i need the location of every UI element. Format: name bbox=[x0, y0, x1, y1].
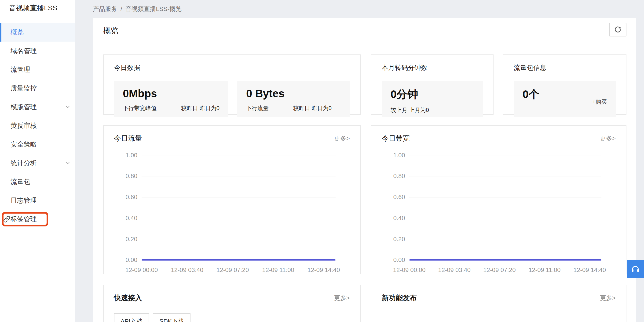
chevron-down-icon bbox=[64, 104, 71, 110]
card-title: 新功能发布 bbox=[382, 293, 417, 303]
y-tick: 0.80 bbox=[114, 172, 137, 180]
x-tick: 12-09 14:40 bbox=[573, 266, 606, 274]
sidebar-item-label: 日志管理 bbox=[10, 196, 37, 205]
sidebar-item-domain-management[interactable]: 域名管理 bbox=[0, 42, 75, 60]
headphones-icon bbox=[630, 264, 640, 274]
sidebar-item-label: 概览 bbox=[10, 28, 24, 37]
sidebar-item-tag-management[interactable]: 标签管理 bbox=[0, 210, 75, 229]
transcode-minutes-card: 本月转码分钟数 0分钟 较上月 上月为0 bbox=[371, 54, 494, 115]
chart-title: 今日流量 bbox=[114, 134, 142, 143]
x-tick: 12-09 00:00 bbox=[393, 266, 426, 274]
metric-box-package: 0个 +购买 bbox=[514, 81, 616, 117]
chart-data-line bbox=[142, 259, 336, 261]
metric-box-bandwidth: 0Mbps 下行带宽峰值 较昨日 昨日为0 bbox=[114, 81, 228, 117]
y-tick: 0.40 bbox=[114, 214, 137, 222]
page-header: 概览 bbox=[103, 18, 626, 44]
sidebar-item-log-management[interactable]: 日志管理 bbox=[0, 191, 75, 210]
more-link[interactable]: 更多> bbox=[600, 134, 616, 143]
metric-compare: 较昨日 昨日为0 bbox=[293, 104, 332, 112]
x-tick: 12-09 07:20 bbox=[216, 266, 249, 274]
metric-box-transcode: 0分钟 较上月 上月为0 bbox=[382, 81, 483, 117]
y-tick: 0.60 bbox=[382, 193, 405, 201]
chart-title: 今日带宽 bbox=[382, 134, 410, 143]
metric-box-traffic: 0 Bytes 下行流量 较昨日 昨日为0 bbox=[237, 81, 350, 117]
sidebar-item-porn-review[interactable]: 黄反审核 bbox=[0, 116, 75, 135]
main-area: 产品服务 / 音视频直播LSS-概览 概览 今日数据 bbox=[75, 0, 644, 322]
chevron-down-icon bbox=[64, 160, 71, 166]
metric-compare: 较上月 上月为0 bbox=[390, 106, 429, 114]
line-chart: 1.00 0.80 0.60 0.40 0.20 0.00 12-09 00:0… bbox=[114, 152, 350, 274]
metric-label: 下行流量 bbox=[246, 104, 269, 112]
sidebar-item-label: 黄反审核 bbox=[10, 121, 37, 130]
x-tick: 12-09 07:20 bbox=[483, 266, 516, 274]
metric-value: 0分钟 bbox=[390, 87, 474, 102]
sidebar-item-label: 统计分析 bbox=[10, 159, 37, 167]
x-tick: 12-09 03:40 bbox=[438, 266, 470, 274]
card-title: 本月转码分钟数 bbox=[382, 63, 483, 72]
sidebar-item-stream-management[interactable]: 流管理 bbox=[0, 60, 75, 79]
metric-compare: 较昨日 昨日为0 bbox=[181, 104, 220, 112]
content-panel: 概览 今日数据 0Mbps 下行带宽峰值 bbox=[93, 18, 636, 322]
y-tick: 0.20 bbox=[382, 236, 405, 243]
y-tick: 0.80 bbox=[382, 172, 405, 180]
sidebar-item-label: 质量监控 bbox=[10, 84, 37, 93]
sidebar-item-traffic-package[interactable]: 流量包 bbox=[0, 172, 75, 191]
buy-package-link[interactable]: +购买 bbox=[592, 98, 607, 106]
today-metrics: 0Mbps 下行带宽峰值 较昨日 昨日为0 0 Bytes 下行流量 较昨日 昨… bbox=[114, 81, 350, 117]
header-divider bbox=[103, 44, 626, 44]
refresh-button[interactable] bbox=[609, 23, 626, 36]
chain-link-icon bbox=[3, 215, 11, 223]
sidebar-item-quality-monitoring[interactable]: 质量监控 bbox=[0, 79, 75, 98]
sidebar-item-label: 模版管理 bbox=[10, 103, 37, 112]
api-docs-button[interactable]: API文档 bbox=[114, 313, 149, 322]
refresh-icon bbox=[614, 26, 622, 33]
more-link[interactable]: 更多> bbox=[334, 134, 350, 143]
card-title: 快速接入 bbox=[114, 293, 142, 303]
new-features-card: 新功能发布 更多> bbox=[371, 285, 626, 322]
breadcrumb: 产品服务 / 音视频直播LSS-概览 bbox=[93, 0, 636, 18]
y-tick: 1.00 bbox=[114, 152, 137, 159]
bottom-row: 快速接入 更多> API文档 SDK下载 新功能发布 更多> bbox=[103, 285, 626, 322]
quick-access-card: 快速接入 更多> API文档 SDK下载 bbox=[103, 285, 360, 322]
x-tick: 12-09 00:00 bbox=[126, 266, 158, 274]
card-title: 流量包信息 bbox=[514, 63, 616, 72]
breadcrumb-root[interactable]: 产品服务 bbox=[93, 5, 117, 13]
today-traffic-chart-card: 今日流量 更多> 1.00 0.80 0.60 0.40 0.20 0.00 1… bbox=[103, 125, 360, 274]
page-title: 概览 bbox=[103, 26, 118, 36]
card-title: 今日数据 bbox=[114, 63, 350, 72]
metric-value: 0Mbps bbox=[123, 87, 220, 100]
y-tick: 0.00 bbox=[114, 256, 137, 264]
y-tick: 0.60 bbox=[114, 193, 137, 201]
more-link[interactable]: 更多> bbox=[600, 294, 616, 302]
product-title: 音视频直播LSS bbox=[0, 0, 75, 16]
sdk-download-button[interactable]: SDK下载 bbox=[153, 313, 190, 322]
x-axis-labels: 12-09 00:00 12-09 03:40 12-09 07:20 12-0… bbox=[409, 266, 602, 274]
sidebar-item-label: 流量包 bbox=[10, 177, 30, 186]
sidebar-item-overview[interactable]: 概览 bbox=[0, 23, 75, 42]
y-tick: 0.40 bbox=[382, 214, 405, 222]
today-bandwidth-chart-card: 今日带宽 更多> 1.00 0.80 0.60 0.40 0.20 0.00 1… bbox=[371, 125, 626, 274]
support-headset-button[interactable] bbox=[627, 260, 644, 278]
chart-data-line bbox=[409, 259, 602, 261]
sidebar-item-security-policy[interactable]: 安全策略 bbox=[0, 135, 75, 154]
breadcrumb-current: 音视频直播LSS-概览 bbox=[126, 5, 182, 13]
metric-value: 0 Bytes bbox=[246, 87, 341, 100]
x-tick: 12-09 11:00 bbox=[529, 266, 561, 274]
metric-value: 0个 bbox=[522, 87, 540, 117]
sidebar-item-label: 流管理 bbox=[10, 65, 30, 74]
metric-label: 下行带宽峰值 bbox=[123, 104, 156, 112]
more-link[interactable]: 更多> bbox=[334, 294, 350, 302]
y-tick: 1.00 bbox=[382, 152, 405, 159]
x-tick: 12-09 14:40 bbox=[308, 266, 340, 274]
y-tick: 0.00 bbox=[382, 256, 405, 264]
x-axis-labels: 12-09 00:00 12-09 03:40 12-09 07:20 12-0… bbox=[142, 266, 336, 274]
sidebar-item-label: 安全策略 bbox=[10, 140, 37, 149]
sidebar-item-statistics[interactable]: 统计分析 bbox=[0, 154, 75, 172]
y-tick: 0.20 bbox=[114, 236, 137, 243]
sidebar-item-template-management[interactable]: 模版管理 bbox=[0, 98, 75, 116]
breadcrumb-separator: / bbox=[120, 5, 122, 13]
sidebar: 音视频直播LSS 概览 域名管理 流管理 质量监控 模版管理 黄反审核 安全策略 bbox=[0, 0, 75, 322]
today-data-card: 今日数据 0Mbps 下行带宽峰值 较昨日 昨日为0 0 Bytes 下行流量 bbox=[103, 54, 360, 115]
sidebar-item-label: 域名管理 bbox=[10, 46, 37, 55]
x-tick: 12-09 11:00 bbox=[262, 266, 294, 274]
